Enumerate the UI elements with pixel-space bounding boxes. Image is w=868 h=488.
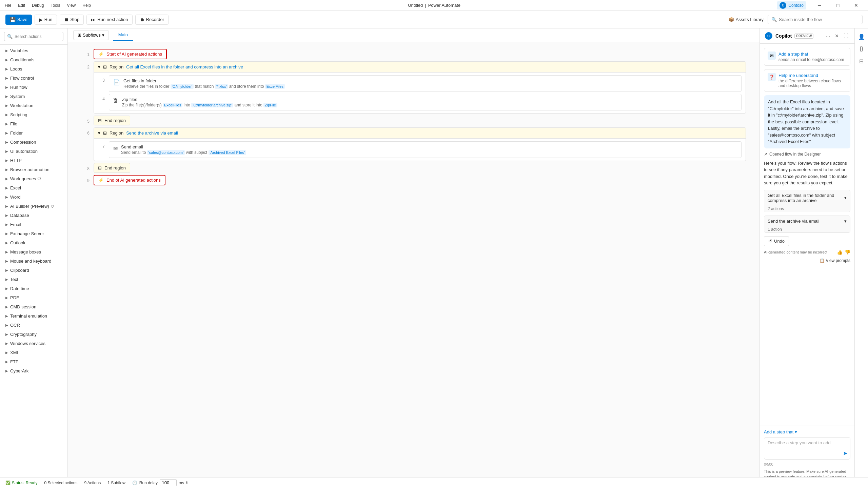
- actions-search-box[interactable]: 🔍: [4, 32, 63, 41]
- sidebar-item-excel[interactable]: ▶ Excel: [0, 183, 67, 192]
- sidebar-item-text[interactable]: ▶ Text: [0, 275, 67, 284]
- sidebar-item-date-time[interactable]: ▶ Date time: [0, 284, 67, 293]
- sidebar-item-outlook[interactable]: ▶ Outlook: [0, 238, 67, 247]
- next-action-button[interactable]: ⏭ Run next action: [86, 15, 132, 25]
- flow-search-box[interactable]: 🔍: [768, 15, 863, 24]
- sidebar-item-message-boxes[interactable]: ▶ Message boxes: [0, 247, 67, 257]
- sidebar-item-variables[interactable]: ▶ Variables: [0, 46, 67, 55]
- sidebar-item-ftp[interactable]: ▶ FTP: [0, 357, 67, 366]
- selected-actions-text: 0 Selected actions: [44, 481, 77, 485]
- search-actions-input[interactable]: [15, 34, 60, 39]
- action-send-email[interactable]: ✉ Send email Send email to 'sales@contos…: [109, 141, 742, 158]
- sidebar-item-clipboard[interactable]: ▶ Clipboard: [0, 266, 67, 275]
- thumbs-down-button[interactable]: 👎: [845, 249, 850, 255]
- sidebar-item-exchange-server[interactable]: ▶ Exchange Server: [0, 229, 67, 238]
- chevron-icon: ▶: [5, 223, 8, 226]
- next-action-label: Run next action: [97, 17, 128, 22]
- sidebar-item-loops[interactable]: ▶ Loops: [0, 64, 67, 74]
- copilot-textarea[interactable]: [768, 440, 847, 455]
- thumbs-up-button[interactable]: 👍: [837, 249, 843, 255]
- assets-button[interactable]: 📦 Assets Library: [729, 17, 764, 22]
- copilot-send-button[interactable]: ➤: [843, 450, 847, 456]
- run-delay-input[interactable]: [160, 479, 177, 486]
- sidebar-item-browser-automation[interactable]: ▶ Browser automation: [0, 165, 67, 174]
- chevron-icon: ▶: [5, 49, 8, 53]
- copilot-expand-button[interactable]: ⛶: [842, 33, 850, 39]
- run-button[interactable]: ▶ Run: [35, 15, 57, 25]
- sidebar-item-cryptography[interactable]: ▶ Cryptography: [0, 330, 67, 339]
- sidebar-item-file[interactable]: ▶ File: [0, 119, 67, 128]
- expand-icon: ▾: [98, 130, 100, 136]
- copilot-input-area: ➤: [764, 437, 850, 460]
- view-prompts-button[interactable]: 📋 View prompts: [764, 258, 850, 263]
- sidebar-item-cmd-session[interactable]: ▶ CMD session: [0, 302, 67, 311]
- window-controls: ─ □ ✕: [812, 0, 864, 11]
- menu-file[interactable]: File: [4, 2, 12, 9]
- action-get-files-folder[interactable]: 📄 Get files in folder Retrieve the files…: [109, 75, 742, 92]
- archive-path-tag: 'C:\myfolder\archive.zip': [191, 103, 233, 107]
- region-header[interactable]: ▾ ⊞ Region Get all Excel files in the fo…: [94, 62, 746, 73]
- subflows-button[interactable]: ⊞ Subflows ▾: [73, 30, 109, 40]
- sidebar-item-ai-builder[interactable]: ▶ AI Builder (Preview) 🛡: [0, 202, 67, 211]
- copilot-suggestion-help[interactable]: ❓ Help me understand the difference betw…: [764, 69, 850, 92]
- sidebar-item-database[interactable]: ▶ Database: [0, 211, 67, 220]
- menu-edit[interactable]: Edit: [17, 2, 26, 9]
- undo-button[interactable]: ↺ Undo: [764, 236, 789, 246]
- sidebar-item-compression[interactable]: ▶ Compression: [0, 138, 67, 147]
- sidebar-item-xml[interactable]: ▶ XML: [0, 348, 67, 357]
- sidebar-item-workstation[interactable]: ▶ Workstation: [0, 101, 67, 110]
- sidebar-item-word[interactable]: ▶ Word: [0, 192, 67, 202]
- copilot-close-button[interactable]: ✕: [833, 33, 840, 39]
- menu-help[interactable]: Help: [82, 2, 92, 9]
- search-icon: 🔍: [771, 17, 777, 22]
- sidebar-item-scripting[interactable]: ▶ Scripting: [0, 110, 67, 119]
- region-body: 3 📄 Get files in folder Retrieve the fil…: [94, 73, 746, 113]
- copilot-more-button[interactable]: ···: [825, 33, 831, 39]
- add-step-button[interactable]: Add a step that ▾: [764, 429, 850, 434]
- row-num-3: 3: [98, 75, 105, 83]
- chevron-icon: ▶: [5, 241, 8, 245]
- maximize-button[interactable]: □: [830, 0, 846, 11]
- sidebar-item-ui-automation[interactable]: ▶ UI automation: [0, 147, 67, 156]
- bracket-icon-button[interactable]: {}: [856, 43, 867, 54]
- title-bar-left: File Edit Debug Tools View Help: [4, 2, 92, 9]
- action-group-header[interactable]: Get all Excel files in the folder and co…: [764, 190, 850, 206]
- sidebar-item-email[interactable]: ▶ Email: [0, 220, 67, 229]
- menu-tools[interactable]: Tools: [50, 2, 61, 9]
- menu-view[interactable]: View: [66, 2, 76, 9]
- sidebar-item-windows-services[interactable]: ▶ Windows services: [0, 339, 67, 348]
- recorder-button[interactable]: ⏺ Recorder: [135, 15, 169, 25]
- sidebar-item-system[interactable]: ▶ System: [0, 92, 67, 101]
- total-actions-text: 9 Actions: [84, 481, 101, 485]
- stop-button[interactable]: ⏹ Stop: [60, 15, 84, 25]
- sidebar-item-conditionals[interactable]: ▶ Conditionals: [0, 55, 67, 64]
- user-icon-button[interactable]: 👤: [856, 31, 867, 42]
- main-tab[interactable]: Main: [113, 29, 133, 41]
- save-button[interactable]: 💾 Save: [5, 15, 32, 25]
- sidebar-item-ocr[interactable]: ▶ OCR: [0, 321, 67, 330]
- close-button[interactable]: ✕: [848, 0, 864, 11]
- sidebar-item-run-flow[interactable]: ▶ Run flow: [0, 83, 67, 92]
- sidebar-item-http[interactable]: ▶ HTTP: [0, 156, 67, 165]
- sidebar-item-terminal-emulation[interactable]: ▶ Terminal emulation: [0, 311, 67, 321]
- sidebar-item-mouse-keyboard[interactable]: ▶ Mouse and keyboard: [0, 257, 67, 266]
- info-icon: ℹ: [186, 481, 188, 485]
- designer-icon: ↗: [764, 152, 767, 157]
- flow-search-input[interactable]: [779, 17, 859, 22]
- minimize-button[interactable]: ─: [812, 0, 827, 11]
- region-send-email: ▾ ⊞ Region Send the archive via email 7 …: [94, 127, 746, 161]
- ai-marker-label: Start of AI generated actions: [106, 52, 162, 57]
- title-bar-center: Untitled | Power Automate: [408, 3, 460, 8]
- sidebar-item-cyberark[interactable]: ▶ CyberArk: [0, 366, 67, 375]
- sidebar-item-pdf[interactable]: ▶ PDF: [0, 293, 67, 302]
- action-zip-files[interactable]: 🗜 Zip files Zip the file(s)/folder(s) Ex…: [109, 94, 742, 110]
- opened-designer-label: Opened flow in the Designer: [769, 152, 821, 157]
- sidebar-item-work-queues[interactable]: ▶ Work queues 🛡: [0, 174, 67, 183]
- copilot-suggestion-add-step[interactable]: ✉ Add a step that sends an email to lee@…: [764, 48, 850, 66]
- sidebar-item-flow-control[interactable]: ▶ Flow control: [0, 74, 67, 83]
- region-header[interactable]: ▾ ⊞ Region Send the archive via email: [94, 128, 746, 139]
- menu-debug[interactable]: Debug: [31, 2, 44, 9]
- sidebar-icon-button[interactable]: ⊟: [856, 56, 867, 66]
- sidebar-item-folder[interactable]: ▶ Folder: [0, 128, 67, 138]
- action-group-header[interactable]: Send the archive via email ▾: [764, 216, 850, 226]
